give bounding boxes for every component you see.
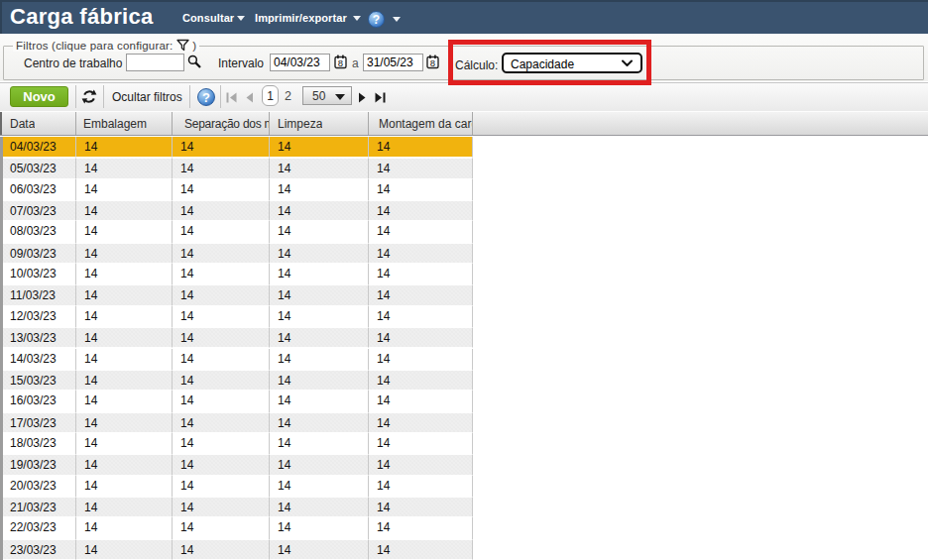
svg-text:8: 8 — [430, 57, 435, 68]
svg-text:8: 8 — [338, 57, 343, 68]
